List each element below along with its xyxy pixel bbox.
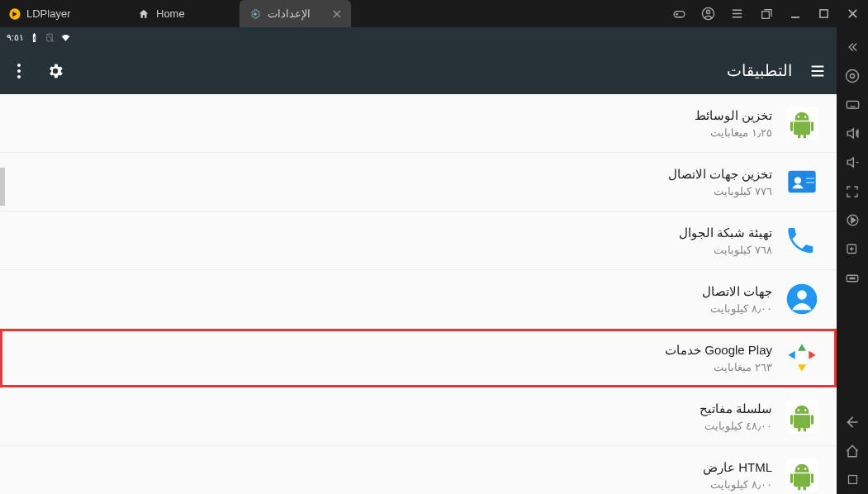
app-size: ٧٧٦ كيلوبايت (668, 185, 772, 197)
android-icon (785, 458, 818, 492)
page-title: التطبيقات (727, 61, 792, 80)
tab-home-label: Home (156, 7, 185, 20)
tab-home[interactable]: Home (128, 0, 240, 27)
svg-rect-2 (674, 12, 685, 17)
svg-point-1 (254, 12, 257, 16)
app-row[interactable]: تخزين جهات الاتصال٧٧٦ كيلوبايت (0, 153, 837, 211)
settings-icon[interactable] (46, 62, 64, 80)
app-row[interactable]: عارض HTML٨٫٠٠ كيلوبايت (0, 446, 837, 494)
app-row[interactable]: جهات الاتصال٨٫٠٠ كيلوبايت (0, 270, 837, 329)
settings-gear-icon[interactable] (837, 61, 868, 90)
app-size: ٨٫٠٠ كيلوبايت (702, 302, 772, 315)
svg-point-15 (854, 278, 856, 279)
back-icon[interactable] (837, 407, 868, 436)
fullscreen-icon[interactable] (837, 177, 868, 206)
svg-point-18 (17, 69, 21, 73)
svg-point-35 (804, 468, 807, 470)
svg-point-13 (850, 278, 851, 279)
minimize-icon[interactable] (788, 7, 802, 21)
app-name: سلسلة مفاتيح (700, 401, 772, 416)
sync-icon[interactable] (837, 206, 868, 235)
tab-settings-label: الإعدادات (268, 7, 311, 20)
svg-point-14 (851, 278, 853, 279)
app-size: ١٫٢٥ ميغابايت (695, 126, 772, 139)
battery-icon (29, 32, 40, 43)
phone-icon (785, 224, 818, 257)
app-row[interactable]: خدمات Google Play٢٦٣ ميغابايت (0, 329, 837, 387)
svg-point-4 (706, 10, 709, 13)
volume-up-icon[interactable] (837, 119, 868, 148)
svg-point-34 (798, 468, 800, 470)
svg-rect-26 (806, 182, 814, 183)
app-size: ٤٨٫٠٠ كيلوبايت (700, 420, 772, 432)
svg-point-28 (797, 290, 807, 300)
recents-icon[interactable] (837, 465, 868, 494)
collapse-icon[interactable] (837, 32, 868, 61)
app-name: تخزين الوسائط (695, 108, 772, 123)
svg-point-19 (17, 75, 21, 78)
app-row[interactable]: تهيئة شبكة الجوال٧٦٨ كيلوبايت (0, 211, 837, 270)
drawer-icon[interactable] (809, 62, 827, 80)
emulator-sidebar (837, 27, 868, 494)
svg-rect-6 (820, 10, 828, 17)
svg-point-21 (798, 116, 800, 118)
svg-point-8 (847, 69, 859, 82)
close-tab-icon[interactable] (333, 10, 341, 18)
svg-point-24 (794, 177, 801, 183)
overflow-icon[interactable] (10, 62, 28, 80)
more-icon[interactable] (837, 264, 868, 292)
app-name: تهيئة شبكة الجوال (679, 226, 772, 240)
gamepad-icon[interactable] (672, 7, 686, 21)
gear-icon (249, 8, 261, 20)
svg-rect-5 (761, 11, 769, 18)
home-icon (138, 8, 149, 20)
close-icon[interactable] (846, 7, 860, 21)
menu-icon[interactable] (730, 7, 744, 21)
contact-card-icon (785, 165, 818, 198)
android-icon (785, 107, 818, 140)
app-size: ٢٦٣ ميغابايت (665, 361, 772, 373)
app-name: خدمات Google Play (665, 343, 772, 358)
app-name: جهات الاتصال (702, 284, 772, 299)
ld-logo-icon (8, 7, 21, 21)
nosim-icon (45, 32, 55, 43)
playservices-icon (785, 341, 818, 374)
apps-list: تخزين الوسائط١٫٢٥ ميغابايتتخزين جهات الا… (0, 94, 837, 494)
svg-point-32 (804, 409, 807, 411)
wifi-icon (60, 32, 71, 43)
svg-point-22 (804, 116, 807, 118)
home-nav-icon[interactable] (837, 436, 868, 465)
svg-point-31 (798, 409, 800, 411)
product-name: LDPlayer (26, 7, 70, 20)
app-size: ٨٫٠٠ كيلوبايت (703, 478, 772, 491)
app-row[interactable]: تخزين الوسائط١٫٢٥ ميغابايت (0, 94, 837, 153)
svg-rect-9 (847, 102, 858, 109)
keyboard-icon[interactable] (837, 90, 868, 119)
android-statusbar: ٩:٥١ (0, 27, 837, 47)
multiwindow-icon[interactable] (759, 7, 773, 21)
volume-down-icon[interactable] (837, 148, 868, 177)
tab-settings[interactable]: الإعدادات (240, 0, 351, 27)
app-name: تخزين جهات الاتصال (668, 167, 772, 182)
svg-point-29 (798, 354, 806, 362)
app-name: عارض HTML (703, 460, 772, 475)
scrollbar-thumb[interactable] (0, 168, 5, 206)
svg-point-7 (851, 74, 855, 78)
status-time: ٩:٥١ (7, 32, 24, 43)
app-row[interactable]: سلسلة مفاتيح٤٨٫٠٠ كيلوبايت (0, 387, 837, 446)
contact-icon (785, 283, 818, 316)
user-icon[interactable] (701, 7, 715, 21)
app-size: ٧٦٨ كيلوبايت (679, 244, 772, 256)
android-icon (785, 400, 818, 433)
add-instance-icon[interactable] (837, 235, 868, 264)
maximize-icon[interactable] (817, 7, 831, 21)
svg-point-17 (17, 64, 21, 67)
svg-rect-25 (806, 178, 814, 179)
svg-rect-16 (848, 476, 856, 484)
